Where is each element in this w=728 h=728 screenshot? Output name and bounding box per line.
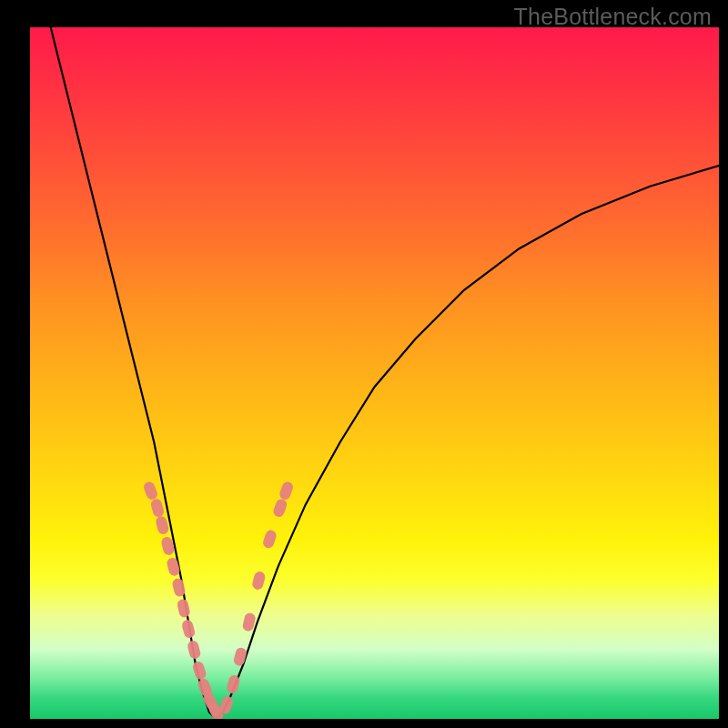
marker-bead bbox=[278, 480, 295, 501]
bottleneck-curve bbox=[30, 27, 719, 719]
marker-bead bbox=[233, 646, 248, 666]
marker-bead bbox=[251, 571, 267, 591]
curve-line bbox=[51, 27, 719, 719]
chart-frame: TheBottleneck.com bbox=[30, 0, 719, 719]
right-branch-dots bbox=[218, 480, 295, 715]
marker-bead bbox=[181, 619, 197, 639]
marker-bead bbox=[272, 498, 288, 519]
marker-bead bbox=[177, 598, 191, 618]
marker-bead bbox=[262, 529, 278, 550]
plot-area bbox=[30, 27, 719, 719]
marker-bead bbox=[155, 515, 170, 535]
marker-bead bbox=[166, 557, 181, 577]
marker-bead bbox=[191, 660, 207, 681]
left-branch-dots bbox=[142, 480, 225, 719]
marker-bead bbox=[142, 480, 159, 501]
marker-bead bbox=[150, 498, 166, 518]
watermark-text: TheBottleneck.com bbox=[514, 4, 712, 30]
marker-bead bbox=[187, 640, 202, 660]
